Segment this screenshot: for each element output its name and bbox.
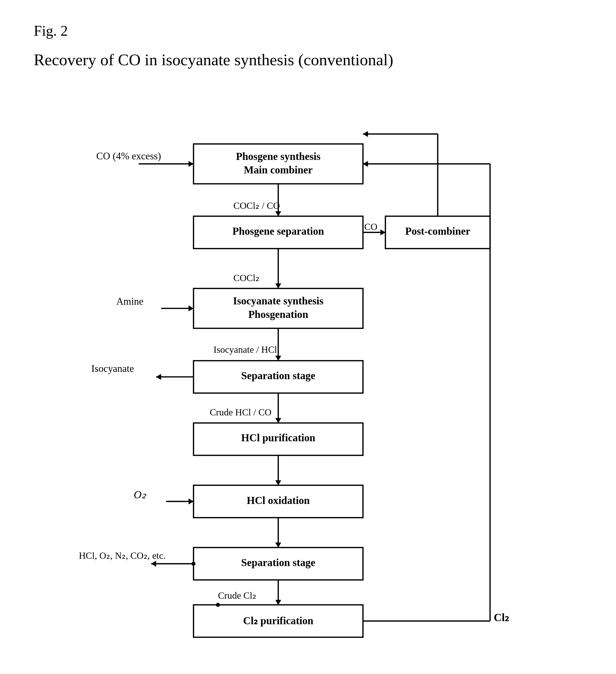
svg-text:CO: CO (364, 221, 377, 232)
svg-marker-31 (188, 498, 193, 504)
svg-text:Crude Cl₂: Crude Cl₂ (218, 590, 256, 601)
svg-rect-5 (193, 423, 363, 455)
svg-rect-0 (193, 144, 363, 184)
svg-text:COCl₂ / CO: COCl₂ / CO (233, 200, 280, 211)
svg-text:Isocyanate / HCl: Isocyanate / HCl (213, 344, 277, 355)
svg-text:COCl₂: COCl₂ (233, 272, 260, 283)
svg-text:Separation stage: Separation stage (241, 557, 315, 568)
svg-marker-37 (275, 600, 281, 605)
diagram-area: Phosgene synthesis Main combiner Phosgen… (41, 92, 575, 640)
svg-text:Separation stage: Separation stage (241, 370, 315, 381)
fig-label: Fig. 2 (34, 22, 582, 39)
svg-rect-3 (193, 289, 363, 328)
svg-text:Phosgene synthesis: Phosgene synthesis (236, 151, 320, 162)
svg-text:Crude HCl / CO: Crude HCl / CO (209, 407, 271, 417)
svg-rect-6 (193, 485, 363, 518)
svg-rect-7 (193, 548, 363, 580)
svg-text:Cl₂: Cl₂ (494, 611, 509, 624)
svg-marker-27 (275, 418, 281, 423)
svg-marker-25 (156, 374, 161, 380)
svg-text:Phosgene separation: Phosgene separation (232, 225, 324, 237)
svg-text:HCl oxidation: HCl oxidation (246, 495, 310, 506)
svg-marker-14 (380, 229, 386, 235)
svg-rect-8 (193, 605, 363, 637)
svg-text:Isocyanate synthesis: Isocyanate synthesis (233, 295, 323, 307)
svg-point-66 (216, 603, 220, 607)
svg-text:Phosgenation: Phosgenation (248, 309, 308, 320)
svg-text:Cl₂ purification: Cl₂ purification (243, 615, 313, 627)
svg-marker-12 (275, 211, 281, 216)
svg-text:HCl, O₂, N₂, CO₂, etc.: HCl, O₂, N₂, CO₂, etc. (79, 550, 166, 561)
svg-text:Isocyanate: Isocyanate (91, 363, 134, 374)
svg-text:Main combiner: Main combiner (244, 164, 313, 176)
svg-marker-10 (188, 161, 193, 167)
svg-text:CO (4% excess): CO (4% excess) (96, 150, 161, 161)
svg-marker-33 (275, 543, 281, 548)
page-title: Recovery of CO in isocyanate synthesis (… (34, 50, 582, 69)
svg-marker-17 (363, 131, 368, 137)
svg-text:Post-combiner: Post-combiner (405, 225, 471, 237)
svg-point-65 (192, 562, 195, 566)
svg-text:HCl purification: HCl purification (241, 432, 315, 444)
svg-text:Amine: Amine (116, 296, 143, 307)
svg-rect-4 (193, 361, 363, 393)
svg-text:O₂: O₂ (133, 488, 146, 500)
svg-marker-41 (363, 161, 368, 167)
svg-rect-1 (193, 216, 363, 248)
svg-marker-19 (275, 284, 281, 289)
svg-rect-2 (385, 216, 490, 248)
svg-marker-35 (151, 561, 156, 567)
svg-marker-23 (275, 356, 281, 361)
diagram-svg: Phosgene synthesis Main combiner Phosgen… (41, 92, 575, 640)
svg-marker-29 (275, 480, 281, 485)
svg-marker-21 (188, 306, 193, 311)
page: Fig. 2 Recovery of CO in isocyanate synt… (0, 0, 616, 674)
